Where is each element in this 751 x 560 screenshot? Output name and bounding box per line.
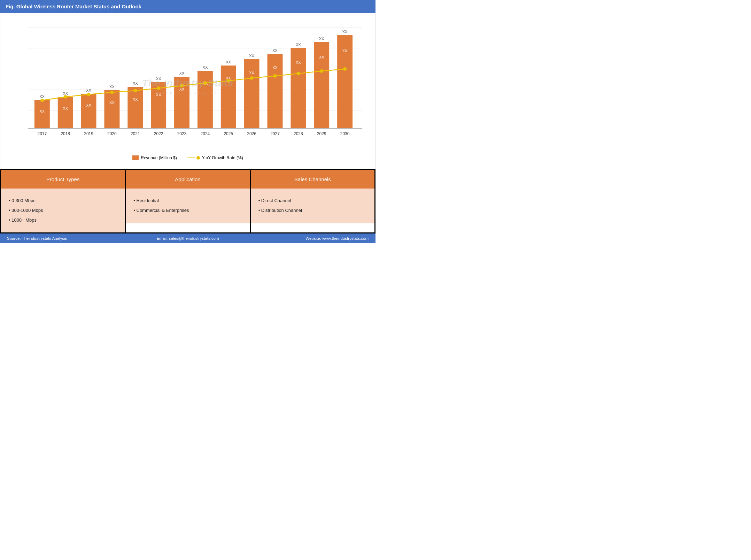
bar-2021 (127, 87, 143, 128)
sales-channel-item-1: Direct Channel (258, 196, 367, 205)
svg-text:XX: XX (319, 55, 324, 59)
svg-text:XX: XX (203, 65, 208, 69)
line-dot-2022 (157, 86, 160, 90)
application-body: Residential Commercial & Enterprises (126, 189, 249, 223)
svg-text:XX: XX (342, 30, 348, 34)
svg-text:2028: 2028 (294, 131, 303, 136)
product-type-item-1: 0-300 Mbps (9, 196, 117, 205)
chart-svg: XX XX XX XX XX XX XX XX XX XX XX XX XX (11, 20, 365, 153)
line-dot-2029 (320, 69, 323, 73)
legend-growth-label: Y-oY Growth Rate (%) (202, 155, 243, 160)
line-dot-2028 (296, 72, 300, 75)
svg-text:XX: XX (179, 71, 185, 75)
product-types-body: 0-300 Mbps 300-1000 Mbps 1000+ Mbps (1, 189, 125, 232)
line-dot-2021 (133, 89, 137, 92)
svg-text:XX: XX (86, 88, 91, 92)
bar-2020 (104, 90, 119, 128)
line-dot-2023 (180, 84, 184, 87)
svg-text:2024: 2024 (201, 131, 210, 136)
footer-website: Website: www.theindustrystats.com (248, 236, 369, 240)
line-dot-2025 (227, 79, 230, 83)
legend-dot-icon (196, 156, 200, 160)
sales-channels-header: Sales Channels (251, 170, 374, 189)
svg-text:XX: XX (133, 81, 138, 85)
sales-channels-body: Direct Channel Distribution Channel (251, 189, 374, 223)
application-item-1: Residential (133, 196, 242, 205)
chart-legend: Revenue (Million $) Y-oY Growth Rate (%) (11, 153, 365, 165)
svg-text:XX: XX (156, 93, 161, 97)
bar-2017 (34, 100, 50, 128)
svg-text:2022: 2022 (154, 131, 163, 136)
svg-text:XX: XX (86, 103, 91, 107)
svg-text:XX: XX (63, 106, 68, 110)
page-footer: Source: Theindustrystats Analysis Email:… (0, 233, 376, 243)
application-item-2: Commercial & Enterprises (133, 206, 242, 215)
svg-text:XX: XX (63, 91, 68, 95)
svg-text:2021: 2021 (131, 131, 140, 136)
svg-text:2020: 2020 (107, 131, 117, 136)
svg-text:2019: 2019 (84, 131, 93, 136)
line-dot-2019 (87, 93, 91, 96)
svg-text:XX: XX (272, 66, 278, 70)
legend-line-icon (187, 158, 195, 158)
legend-growth-line (187, 156, 200, 160)
svg-text:2017: 2017 (38, 131, 47, 136)
header-title: Fig. Global Wireless Router Market Statu… (6, 3, 141, 9)
svg-text:2026: 2026 (247, 131, 256, 136)
svg-text:XX: XX (272, 48, 278, 53)
bar-2026 (244, 59, 260, 128)
legend-growth: Y-oY Growth Rate (%) (187, 155, 243, 160)
svg-text:XX: XX (109, 100, 115, 105)
svg-text:XX: XX (296, 60, 301, 64)
legend-revenue: Revenue (Million $) (132, 155, 177, 160)
chart-area: The Industry Stats market research XX XX… (11, 20, 365, 153)
line-dot-2018 (64, 95, 67, 99)
product-type-item-3: 1000+ Mbps (9, 216, 117, 225)
bar-2024 (198, 71, 213, 128)
svg-text:2018: 2018 (61, 131, 70, 136)
bar-2018 (58, 97, 73, 128)
legend-revenue-label: Revenue (Million $) (141, 155, 177, 160)
line-dot-2020 (110, 91, 114, 94)
svg-text:XX: XX (156, 77, 161, 81)
svg-text:2025: 2025 (224, 131, 233, 136)
page-header: Fig. Global Wireless Router Market Statu… (0, 0, 376, 13)
svg-text:XX: XX (226, 60, 231, 64)
bar-2025 (221, 66, 236, 128)
svg-text:XX: XX (179, 87, 185, 91)
svg-text:2029: 2029 (317, 131, 326, 136)
line-dot-2024 (203, 81, 207, 85)
product-type-item-2: 300-1000 Mbps (9, 206, 117, 215)
product-types-header: Product Types (1, 170, 125, 189)
svg-text:XX: XX (249, 54, 254, 58)
svg-text:XX: XX (133, 97, 138, 101)
bar-2019 (81, 94, 96, 128)
svg-text:XX: XX (40, 94, 45, 99)
line-dot-2026 (250, 76, 254, 80)
legend-revenue-icon (132, 155, 139, 160)
footer-source: Source: Theindustrystats Analysis (7, 236, 127, 240)
svg-text:XX: XX (296, 43, 301, 47)
application-box: Application Residential Commercial & Ent… (126, 170, 249, 232)
application-header: Application (126, 170, 249, 189)
svg-text:XX: XX (249, 71, 254, 75)
bottom-section: Product Types 0-300 Mbps 300-1000 Mbps 1… (0, 169, 376, 233)
line-dot-2017 (40, 99, 44, 102)
svg-text:2023: 2023 (177, 131, 187, 136)
sales-channel-item-2: Distribution Channel (258, 206, 367, 215)
line-dot-2027 (273, 74, 277, 78)
svg-text:XX: XX (319, 37, 324, 41)
chart-container: The Industry Stats market research XX XX… (0, 13, 376, 169)
svg-text:XX: XX (342, 49, 348, 53)
sales-channels-box: Sales Channels Direct Channel Distributi… (251, 170, 374, 232)
bar-2027 (268, 54, 283, 128)
line-dot-2030 (343, 67, 347, 71)
footer-email: Email: sales@theindustrystats.com (127, 236, 248, 240)
product-types-box: Product Types 0-300 Mbps 300-1000 Mbps 1… (1, 170, 125, 232)
svg-text:2030: 2030 (340, 131, 350, 136)
svg-text:2027: 2027 (270, 131, 280, 136)
svg-text:XX: XX (109, 85, 115, 89)
svg-text:XX: XX (40, 109, 45, 113)
